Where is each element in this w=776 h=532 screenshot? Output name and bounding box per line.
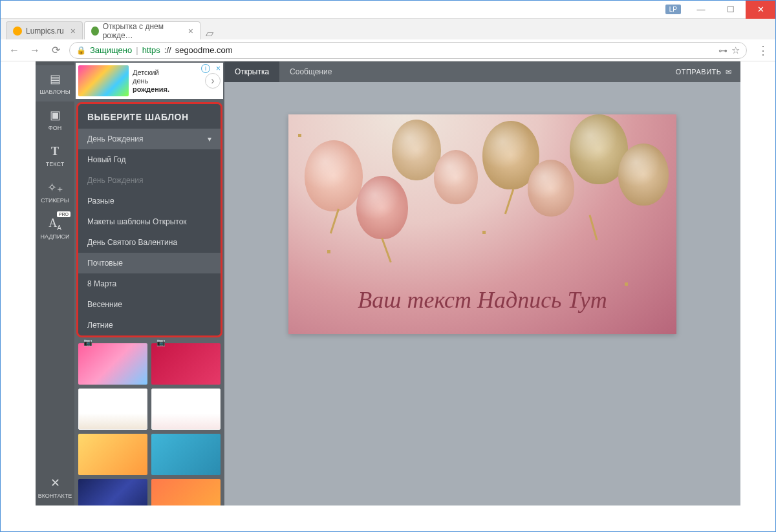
lock-icon: 🔒: [76, 46, 86, 55]
back-button[interactable]: ←: [7, 43, 21, 58]
sidebar-item-labels[interactable]: PRO AA НАДПИСИ: [36, 210, 74, 246]
sidebar-item-vk[interactable]: ✕ ВКОНТАКТЕ: [36, 469, 74, 505]
ribbon-decoration: [381, 238, 391, 263]
bookmark-star-icon[interactable]: ☆: [731, 45, 740, 56]
template-thumb[interactable]: [78, 388, 147, 430]
left-sidebar: ▤ ШАБЛОНЫ ▣ ФОН T ТЕКСТ ✧₊ СТИКЕРЫ PRO A…: [36, 61, 74, 505]
tab-close-icon[interactable]: ×: [188, 26, 193, 36]
browser-tab-segoodme[interactable]: Открытка с днем рожде… ×: [84, 21, 200, 39]
confetti-decoration: [327, 250, 330, 253]
confetti-decoration: [625, 282, 628, 286]
ribbon-decoration: [504, 189, 514, 215]
address-bar-row: ← → ⟳ 🔒 Защищено | https://segoodme.com …: [1, 39, 775, 61]
template-thumb[interactable]: [151, 388, 221, 430]
text-icon: T: [51, 145, 59, 158]
favicon-icon: [13, 27, 22, 36]
template-option-layouts[interactable]: Макеты шаблоны Открыток: [78, 211, 221, 232]
secure-label: Защищено: [90, 45, 132, 55]
chevron-down-icon: ▾: [208, 134, 211, 144]
canvas-background: Ваш текст Надпись Тут: [224, 82, 740, 505]
template-panel: Детский день рождения. › i × ВЫБЕРИТЕ ША…: [74, 61, 224, 505]
template-option-march8[interactable]: 8 Марта: [78, 273, 221, 294]
ad-image: [78, 65, 129, 96]
template-option-postal[interactable]: Почтовые: [78, 253, 221, 273]
browser-menu-button[interactable]: ⋮: [757, 43, 769, 58]
template-thumb[interactable]: [78, 434, 147, 475]
camera-icon: 📷: [156, 339, 166, 346]
sidebar-item-background[interactable]: ▣ ФОН: [36, 101, 74, 138]
favicon-icon: [91, 27, 99, 36]
tab-card[interactable]: Открытка: [224, 61, 279, 82]
tab-label: Lumpics.ru: [26, 27, 64, 36]
template-option-new-year[interactable]: Новый Год: [78, 149, 221, 170]
template-panel-title: ВЫБЕРИТЕ ШАБЛОН: [78, 104, 221, 129]
sidebar-item-label: ТЕКСТ: [46, 161, 64, 167]
sidebar-item-templates[interactable]: ▤ ШАБЛОНЫ: [36, 65, 74, 101]
tab-close-icon[interactable]: ×: [70, 26, 76, 36]
sidebar-item-label: ВКОНТАКТЕ: [38, 493, 72, 499]
template-thumb[interactable]: 📷: [151, 343, 221, 385]
reload-button[interactable]: ⟳: [48, 43, 63, 58]
send-label: ОТПРАВИТЬ: [676, 68, 722, 76]
new-tab-button[interactable]: ▱: [202, 27, 217, 39]
ad-info-icon[interactable]: i: [201, 64, 210, 73]
confetti-decoration: [482, 231, 486, 234]
balloon-decoration: [528, 160, 574, 217]
balloon-decoration: [356, 176, 408, 239]
sidebar-item-text[interactable]: T ТЕКСТ: [36, 138, 74, 174]
ad-text: Детский день рождения.: [133, 69, 169, 94]
url-protocol: https: [142, 45, 160, 55]
sidebar-item-label: ФОН: [48, 125, 61, 131]
address-bar[interactable]: 🔒 Защищено | https://segoodme.com ⊶ ☆: [69, 42, 747, 59]
send-button[interactable]: ОТПРАВИТЬ ✉: [667, 61, 740, 82]
window-maximize-button[interactable]: ☐: [716, 1, 746, 19]
window-minimize-button[interactable]: —: [686, 1, 716, 19]
ad-arrow-icon[interactable]: ›: [205, 73, 221, 89]
balloon-decoration: [434, 150, 478, 204]
template-category-select[interactable]: День Рождения ▾: [78, 129, 221, 149]
app-container: ▤ ШАБЛОНЫ ▣ ФОН T ТЕКСТ ✧₊ СТИКЕРЫ PRO A…: [36, 61, 740, 505]
url-host: segoodme.com: [175, 45, 233, 55]
balloon-decoration: [392, 120, 441, 180]
user-badge: LP: [665, 5, 681, 14]
template-option-valentine[interactable]: День Святого Валентина: [78, 232, 221, 253]
sidebar-item-label: НАДПИСИ: [41, 233, 70, 240]
url-sep: ://: [164, 45, 171, 55]
key-icon[interactable]: ⊶: [718, 45, 727, 56]
browser-tabs: Lumpics.ru × Открытка с днем рожде… × ▱: [1, 19, 775, 39]
url-separator: |: [136, 45, 138, 55]
pro-badge: PRO: [57, 211, 70, 217]
ad-banner[interactable]: Детский день рождения. › i ×: [76, 63, 223, 99]
template-thumb[interactable]: [151, 434, 221, 475]
balloon-decoration: [305, 140, 363, 211]
template-thumb[interactable]: [78, 479, 147, 505]
window-close-button[interactable]: ✕: [746, 1, 775, 19]
labels-icon: AA: [48, 217, 61, 231]
ribbon-decoration: [589, 215, 598, 240]
template-option-summer[interactable]: Летние: [78, 315, 221, 335]
template-dropdown-panel: ВЫБЕРИТЕ ШАБЛОН День Рождения ▾ Новый Го…: [76, 102, 222, 337]
background-icon: ▣: [50, 108, 61, 122]
template-thumb[interactable]: [151, 479, 221, 505]
postcard-canvas[interactable]: Ваш текст Надпись Тут: [288, 114, 676, 334]
template-option-birthday[interactable]: День Рождения: [78, 170, 221, 191]
ribbon-decoration: [330, 209, 339, 234]
tab-message[interactable]: Сообщение: [279, 61, 342, 82]
template-thumb[interactable]: 📷: [78, 343, 147, 385]
stickers-icon: ✧₊: [47, 180, 63, 195]
camera-icon: 📷: [83, 339, 92, 346]
sidebar-item-label: ШАБЛОНЫ: [39, 89, 70, 95]
template-option-spring[interactable]: Весенние: [78, 294, 221, 315]
ad-close-icon[interactable]: ×: [216, 64, 221, 73]
sidebar-item-stickers[interactable]: ✧₊ СТИКЕРЫ: [36, 174, 74, 210]
window-titlebar: LP — ☐ ✕: [1, 1, 775, 19]
forward-button[interactable]: →: [28, 43, 42, 58]
template-option-misc[interactable]: Разные: [78, 191, 221, 211]
canvas-area: Открытка Сообщение ОТПРАВИТЬ ✉: [224, 61, 740, 505]
selected-category-label: День Рождения: [87, 134, 144, 144]
tab-label: Открытка с днем рожде…: [103, 22, 182, 40]
browser-tab-lumpics[interactable]: Lumpics.ru ×: [6, 21, 83, 39]
card-placeholder-text[interactable]: Ваш текст Надпись Тут: [288, 286, 676, 314]
confetti-decoration: [298, 134, 301, 137]
sidebar-item-label: СТИКЕРЫ: [41, 197, 69, 204]
